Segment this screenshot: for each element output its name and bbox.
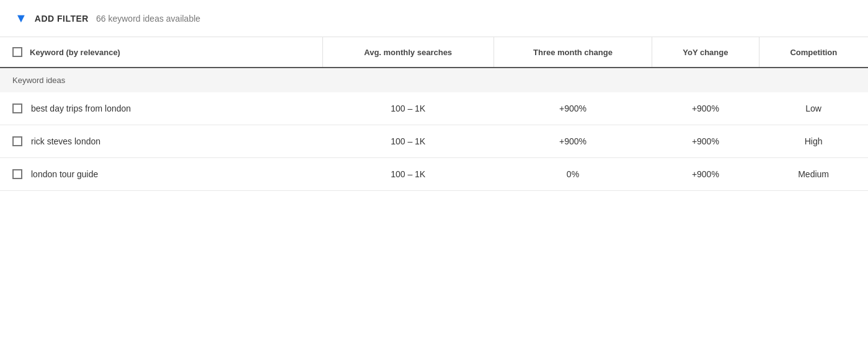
keyword-text-1: best day trips from london [31, 103, 131, 113]
competition-value-3: Medium [798, 169, 829, 179]
col-avg-monthly-label: Avg. monthly searches [364, 48, 452, 57]
row-checkbox-3[interactable] [12, 169, 22, 179]
avg-monthly-value-2: 100 – 1K [391, 136, 425, 146]
col-keyword-label: Keyword (by relevance) [30, 48, 120, 57]
three-month-value-2: +900% [559, 136, 587, 146]
keyword-cell-2: rick steves london [0, 125, 322, 158]
yoy-value-1: +900% [692, 103, 719, 113]
table-row: london tour guide 100 – 1K 0% +900% Medi… [0, 158, 868, 191]
three-month-3: 0% [494, 158, 652, 191]
competition-2: High [759, 125, 868, 158]
competition-1: Low [759, 92, 868, 125]
yoy-1: +900% [652, 92, 760, 125]
yoy-value-2: +900% [692, 136, 719, 146]
col-competition-label: Competition [790, 48, 837, 57]
yoy-3: +900% [652, 158, 760, 191]
section-header-cell: Keyword ideas [0, 68, 868, 92]
col-yoy-label: YoY change [683, 48, 728, 57]
avg-monthly-1: 100 – 1K [322, 92, 494, 125]
filter-icon: ▼ [15, 11, 27, 25]
avg-monthly-value-1: 100 – 1K [391, 103, 425, 113]
table-row: rick steves london 100 – 1K +900% +900% … [0, 125, 868, 158]
col-three-month-label: Three month change [533, 48, 613, 57]
col-competition: Competition [759, 37, 868, 68]
add-filter-button[interactable]: ADD FILTER [35, 14, 89, 24]
three-month-2: +900% [494, 125, 652, 158]
competition-value-2: High [805, 136, 823, 146]
col-avg-monthly: Avg. monthly searches [322, 37, 494, 68]
keyword-table: Keyword (by relevance) Avg. monthly sear… [0, 37, 868, 191]
select-all-checkbox[interactable] [12, 47, 22, 57]
three-month-1: +900% [494, 92, 652, 125]
col-yoy: YoY change [652, 37, 760, 68]
keyword-cell-1: best day trips from london [0, 92, 322, 125]
keyword-table-container: Keyword (by relevance) Avg. monthly sear… [0, 37, 868, 191]
top-bar: ▼ ADD FILTER 66 keyword ideas available [0, 0, 868, 37]
competition-3: Medium [759, 158, 868, 191]
row-checkbox-2[interactable] [12, 136, 22, 146]
competition-value-1: Low [805, 103, 822, 113]
row-checkbox-1[interactable] [12, 103, 22, 113]
table-header-row: Keyword (by relevance) Avg. monthly sear… [0, 37, 868, 68]
avg-monthly-value-3: 100 – 1K [391, 169, 425, 179]
yoy-2: +900% [652, 125, 760, 158]
section-header-row: Keyword ideas [0, 68, 868, 92]
yoy-value-3: +900% [692, 169, 719, 179]
section-label: Keyword ideas [12, 76, 65, 85]
keyword-count-label: 66 keyword ideas available [96, 14, 200, 24]
keyword-cell-3: london tour guide [0, 158, 322, 191]
three-month-value-1: +900% [559, 103, 587, 113]
three-month-value-3: 0% [567, 169, 579, 179]
col-keyword: Keyword (by relevance) [0, 37, 322, 68]
avg-monthly-3: 100 – 1K [322, 158, 494, 191]
avg-monthly-2: 100 – 1K [322, 125, 494, 158]
table-row: best day trips from london 100 – 1K +900… [0, 92, 868, 125]
keyword-text-2: rick steves london [31, 136, 100, 146]
col-three-month: Three month change [494, 37, 652, 68]
keyword-text-3: london tour guide [31, 169, 98, 179]
